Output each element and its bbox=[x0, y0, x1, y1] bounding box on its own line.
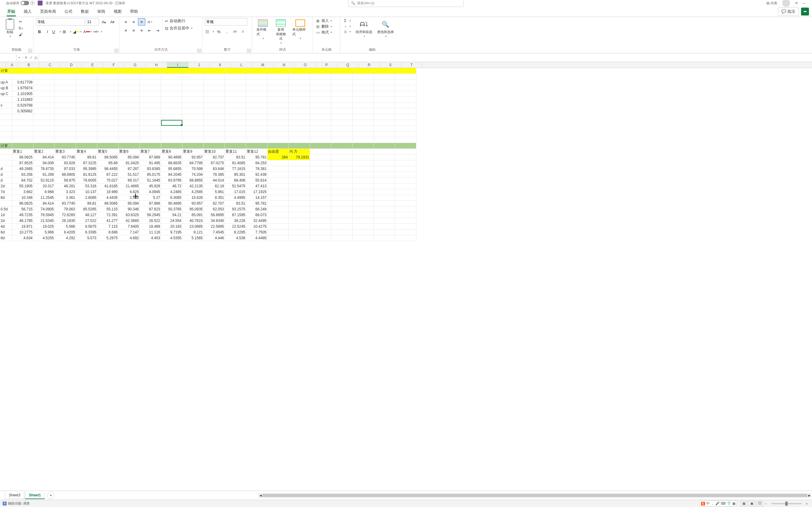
cell[interactable]: 63.6325 bbox=[118, 212, 140, 218]
cell[interactable] bbox=[374, 120, 395, 126]
cell[interactable] bbox=[289, 143, 310, 149]
cell[interactable]: 74.0905 bbox=[34, 207, 55, 212]
cell[interactable] bbox=[140, 79, 161, 85]
column-header-F[interactable]: F bbox=[103, 62, 124, 68]
column-header-H[interactable]: H bbox=[146, 62, 167, 68]
cell[interactable] bbox=[310, 218, 331, 224]
cell[interactable] bbox=[395, 131, 416, 137]
font-color-button[interactable]: A▾ bbox=[83, 28, 92, 35]
cell[interactable]: 62.19 bbox=[204, 183, 225, 189]
cell[interactable]: 4.2585 bbox=[182, 189, 204, 195]
cell[interactable] bbox=[204, 131, 225, 137]
cell[interactable] bbox=[12, 126, 34, 131]
cell[interactable] bbox=[34, 114, 55, 120]
cell[interactable]: 99.81 bbox=[76, 155, 97, 160]
cell[interactable] bbox=[34, 91, 55, 97]
cell[interactable] bbox=[353, 108, 374, 114]
cell[interactable]: 58.2945 bbox=[140, 212, 161, 218]
cell[interactable]: 48.127 bbox=[76, 212, 97, 218]
percent-button[interactable]: % bbox=[215, 28, 222, 35]
cell[interactable] bbox=[12, 131, 34, 137]
cell[interactable] bbox=[310, 120, 331, 126]
cell[interactable] bbox=[267, 79, 289, 85]
cell[interactable] bbox=[331, 114, 353, 120]
cell[interactable]: d bbox=[0, 178, 12, 183]
cell[interactable]: 22.5895 bbox=[204, 224, 225, 229]
cell[interactable]: 0.305862 bbox=[12, 108, 34, 114]
cell[interactable]: 87.868 bbox=[140, 201, 161, 207]
cell[interactable] bbox=[395, 120, 416, 126]
cell[interactable] bbox=[310, 212, 331, 218]
cell[interactable]: 重复2 bbox=[34, 149, 55, 155]
cell[interactable]: 90.4895 bbox=[161, 155, 182, 160]
cell[interactable] bbox=[374, 97, 395, 103]
alignment-dialog-launcher[interactable]: ⤡ bbox=[197, 49, 201, 53]
cell[interactable] bbox=[246, 85, 267, 91]
cell[interactable]: 70.599 bbox=[182, 166, 204, 172]
save-icon[interactable] bbox=[38, 1, 43, 5]
cell[interactable]: 61.269 bbox=[34, 172, 55, 178]
cell[interactable]: 41.8165 bbox=[97, 183, 118, 189]
cell[interactable] bbox=[289, 85, 310, 91]
cell[interactable] bbox=[310, 155, 331, 160]
cell[interactable] bbox=[395, 201, 416, 207]
cell[interactable]: 21.4665 bbox=[118, 183, 140, 189]
cell[interactable]: 65.091 bbox=[182, 212, 204, 218]
cell[interactable]: 67.222 bbox=[97, 172, 118, 178]
cell[interactable] bbox=[0, 97, 12, 103]
cell[interactable]: 54.21 bbox=[161, 212, 182, 218]
cell[interactable] bbox=[310, 114, 331, 120]
cell[interactable] bbox=[267, 178, 289, 183]
cancel-formula-icon[interactable]: ✕ bbox=[24, 55, 28, 60]
cell[interactable] bbox=[161, 79, 182, 85]
cell[interactable] bbox=[34, 143, 55, 149]
cell[interactable]: 计算 bbox=[0, 143, 12, 149]
cell[interactable] bbox=[118, 114, 140, 120]
zoom-in-button[interactable]: + bbox=[806, 502, 808, 505]
cell[interactable] bbox=[353, 160, 374, 166]
cell[interactable] bbox=[310, 97, 331, 103]
cell[interactable] bbox=[161, 143, 182, 149]
cell[interactable]: 6d bbox=[0, 229, 12, 235]
cell[interactable] bbox=[353, 172, 374, 178]
cell[interactable] bbox=[225, 143, 246, 149]
cell[interactable]: 67.1595 bbox=[225, 212, 246, 218]
cell[interactable]: 87.868 bbox=[140, 155, 161, 160]
cell[interactable] bbox=[246, 131, 267, 137]
cell[interactable] bbox=[267, 207, 289, 212]
cell[interactable] bbox=[353, 212, 374, 218]
cell[interactable] bbox=[374, 149, 395, 155]
cell[interactable] bbox=[395, 183, 416, 189]
cell[interactable] bbox=[374, 79, 395, 85]
cell[interactable] bbox=[374, 108, 395, 114]
cell[interactable] bbox=[182, 85, 204, 91]
fill-button[interactable]: ↓▾ bbox=[343, 24, 351, 29]
cell[interactable]: 76.6735 bbox=[34, 166, 55, 172]
cell[interactable]: 79.063 bbox=[55, 207, 76, 212]
cell[interactable] bbox=[353, 131, 374, 137]
cell[interactable] bbox=[225, 114, 246, 120]
cell[interactable] bbox=[140, 143, 161, 149]
cell[interactable] bbox=[310, 166, 331, 172]
cell[interactable] bbox=[331, 120, 353, 126]
cell[interactable] bbox=[331, 172, 353, 178]
cell[interactable] bbox=[204, 108, 225, 114]
tab-home[interactable]: 开始 bbox=[3, 7, 19, 16]
cell[interactable]: 91.0425 bbox=[118, 160, 140, 166]
cell[interactable]: 2d bbox=[0, 183, 12, 189]
cell[interactable]: 95.3985 bbox=[76, 166, 97, 172]
cell[interactable] bbox=[353, 143, 374, 149]
cell[interactable] bbox=[289, 229, 310, 235]
autosum-button[interactable]: Σ▾ bbox=[343, 18, 351, 23]
cell[interactable] bbox=[140, 108, 161, 114]
sort-filter-button[interactable]: ᗩ⤵ 排序和筛选 ▾ bbox=[354, 18, 374, 39]
cell[interactable]: 14.157 bbox=[246, 195, 267, 201]
cell[interactable] bbox=[204, 143, 225, 149]
cell[interactable]: 0.5d bbox=[0, 207, 12, 212]
cell[interactable] bbox=[246, 126, 267, 131]
cell[interactable] bbox=[55, 137, 76, 143]
cell[interactable] bbox=[353, 178, 374, 183]
cell[interactable] bbox=[204, 79, 225, 85]
font-dialog-launcher[interactable]: ⤡ bbox=[114, 49, 118, 53]
cell[interactable] bbox=[76, 103, 97, 108]
